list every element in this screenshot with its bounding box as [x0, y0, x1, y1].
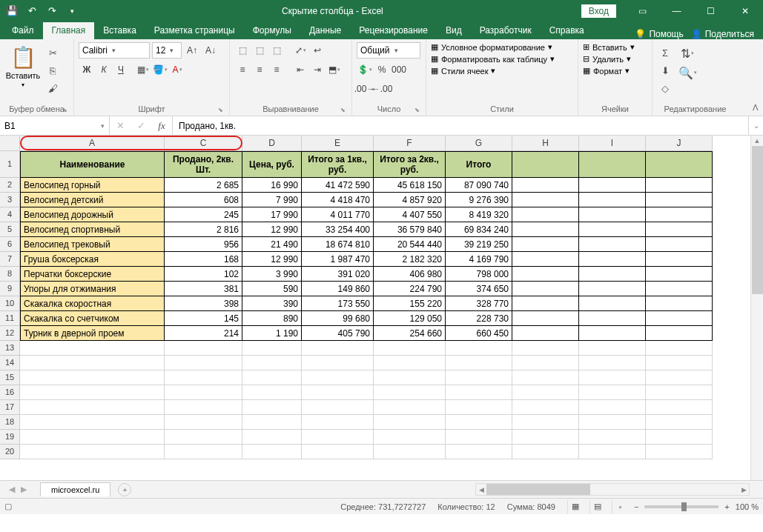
cell[interactable]: 168 — [165, 252, 242, 267]
wrap-text-icon[interactable]: ↩ — [309, 42, 326, 59]
cell[interactable]: Велосипед трековый — [20, 237, 165, 252]
row-header[interactable]: 19 — [0, 430, 20, 445]
tell-me[interactable]: 💡 Помощь — [635, 29, 683, 39]
delete-cells-button[interactable]: ⊟Удалить ▾ — [583, 54, 631, 64]
cell[interactable]: 145 — [165, 311, 242, 326]
cell[interactable] — [165, 370, 242, 385]
cell[interactable] — [512, 178, 579, 193]
tab-справка[interactable]: Справка — [541, 22, 593, 39]
cell[interactable] — [579, 282, 646, 296]
cell[interactable] — [302, 400, 374, 415]
cell[interactable]: 12 990 — [242, 252, 302, 267]
cell[interactable]: 2 182 320 — [374, 252, 446, 267]
cell[interactable] — [242, 356, 302, 370]
cell[interactable] — [579, 370, 646, 385]
format-cells-button[interactable]: ▦Формат ▾ — [583, 66, 630, 76]
cell[interactable]: 173 550 — [302, 296, 374, 311]
cell[interactable] — [579, 207, 646, 222]
cell[interactable] — [302, 445, 374, 459]
decrease-indent-icon[interactable]: ⇤ — [292, 61, 308, 78]
orientation-icon[interactable]: ⤢ — [292, 42, 308, 59]
tab-данные[interactable]: Данные — [300, 22, 350, 39]
tab-вид[interactable]: Вид — [437, 22, 471, 39]
cell[interactable] — [374, 385, 446, 400]
cell[interactable]: 3 990 — [242, 267, 302, 282]
cell[interactable] — [579, 356, 646, 370]
cell[interactable] — [242, 370, 302, 385]
column-header[interactable]: G — [446, 136, 512, 151]
cell[interactable]: 328 770 — [446, 296, 512, 311]
cell[interactable]: 16 990 — [242, 178, 302, 193]
cut-icon[interactable]: ✂ — [44, 45, 61, 60]
cell[interactable]: Скакалка скоростная — [20, 296, 165, 311]
column-header[interactable]: E — [302, 136, 374, 151]
cell[interactable] — [646, 445, 713, 459]
cell[interactable] — [646, 207, 713, 222]
cell[interactable] — [646, 326, 713, 341]
cell[interactable]: Велосипед спортивный — [20, 222, 165, 237]
expand-formula-bar-icon[interactable]: ⌄ — [748, 116, 763, 135]
cell[interactable] — [512, 385, 579, 400]
cell[interactable] — [374, 445, 446, 459]
tab-главная[interactable]: Главная — [43, 22, 95, 39]
cell[interactable] — [646, 282, 713, 296]
cell[interactable] — [646, 237, 713, 252]
header-cell[interactable]: Наименование — [20, 151, 165, 178]
clear-icon[interactable]: ◇ — [657, 81, 673, 96]
cell[interactable]: Груша боксерская — [20, 252, 165, 267]
zoom-in-icon[interactable]: + — [724, 502, 729, 511]
qat-customize-icon[interactable]: ▾ — [63, 2, 81, 20]
underline-button[interactable]: Ч — [113, 61, 129, 78]
cell[interactable] — [646, 341, 713, 356]
format-as-table-button[interactable]: ▦Форматировать как таблицу ▾ — [431, 54, 555, 64]
cell[interactable] — [20, 385, 165, 400]
cell[interactable] — [646, 311, 713, 326]
column-header[interactable]: C — [165, 136, 242, 151]
cell[interactable] — [165, 385, 242, 400]
cell[interactable] — [374, 400, 446, 415]
cell[interactable] — [579, 237, 646, 252]
cell[interactable] — [579, 222, 646, 237]
cell[interactable]: Велосипед детский — [20, 193, 165, 207]
grow-font-icon[interactable]: A↑ — [184, 42, 200, 59]
copy-icon[interactable]: ⎘ — [44, 63, 61, 78]
cell[interactable] — [446, 415, 512, 430]
cell[interactable] — [446, 341, 512, 356]
vertical-scrollbar[interactable]: ▲ — [750, 136, 763, 480]
cell[interactable] — [512, 430, 579, 445]
cell[interactable] — [579, 445, 646, 459]
minimize-icon[interactable]: — — [660, 0, 693, 21]
cell[interactable] — [446, 400, 512, 415]
cell[interactable]: 4 011 770 — [302, 207, 374, 222]
sheet-tab[interactable]: microexcel.ru — [40, 482, 110, 496]
cell[interactable] — [20, 445, 165, 459]
cell[interactable] — [242, 445, 302, 459]
cell[interactable] — [646, 267, 713, 282]
row-header[interactable]: 17 — [0, 400, 20, 415]
insert-function-icon[interactable]: fx — [151, 120, 172, 132]
cell[interactable] — [646, 178, 713, 193]
align-center-icon[interactable]: ≡ — [251, 61, 268, 78]
borders-icon[interactable]: ▦ — [135, 61, 151, 78]
cell[interactable]: 4 169 790 — [446, 252, 512, 267]
cell[interactable] — [512, 400, 579, 415]
cell[interactable] — [512, 207, 579, 222]
cell[interactable] — [20, 370, 165, 385]
cell[interactable]: Упоры для отжимания — [20, 282, 165, 296]
align-middle-icon[interactable]: ⬚ — [251, 42, 268, 59]
cell[interactable] — [512, 282, 579, 296]
italic-button[interactable]: К — [96, 61, 112, 78]
tab-рецензирование[interactable]: Рецензирование — [350, 22, 437, 39]
merge-icon[interactable]: ⬒ — [326, 61, 343, 78]
cell[interactable]: 9 276 390 — [446, 193, 512, 207]
cell[interactable] — [512, 252, 579, 267]
format-painter-icon[interactable]: 🖌 — [44, 81, 61, 96]
cell[interactable]: 4 418 470 — [302, 193, 374, 207]
percent-icon[interactable]: % — [374, 61, 390, 78]
cell[interactable] — [512, 341, 579, 356]
cell[interactable] — [512, 445, 579, 459]
insert-cells-button[interactable]: ⊞Вставить ▾ — [583, 42, 635, 52]
header-cell[interactable]: Итого за 2кв., руб. — [374, 151, 446, 178]
cell[interactable] — [579, 252, 646, 267]
close-icon[interactable]: ✕ — [728, 0, 762, 21]
